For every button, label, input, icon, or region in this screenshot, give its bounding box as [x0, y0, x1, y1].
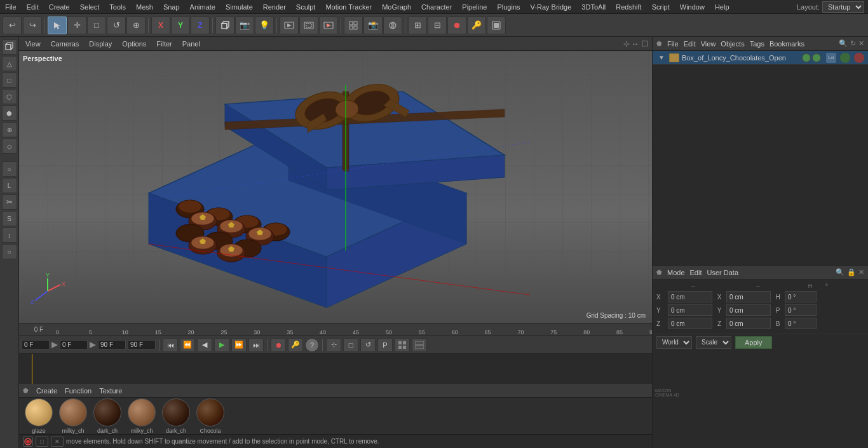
viewport-solo-button[interactable]	[487, 17, 506, 34]
select-tool-button[interactable]	[48, 17, 67, 34]
paint-tool-button[interactable]: L	[2, 178, 17, 193]
camera-button[interactable]: 📷	[235, 17, 254, 34]
cameras-menu[interactable]: Cameras	[48, 39, 82, 48]
mode-icon[interactable]: □	[36, 437, 48, 447]
menu-character[interactable]: Character	[416, 2, 457, 12]
key-grid-button[interactable]	[395, 338, 410, 352]
go-to-end-button[interactable]: ⏭	[248, 338, 264, 352]
attr-userdata-menu[interactable]: User Data	[707, 269, 739, 276]
obj-edit-menu[interactable]: Edit	[684, 40, 696, 48]
z-pos-input[interactable]	[668, 318, 712, 329]
menu-motion-tracker[interactable]: Motion Tracker	[320, 2, 377, 12]
undo-button[interactable]: ↩	[3, 17, 22, 34]
attr-search-icon[interactable]: 🔍	[836, 268, 844, 276]
brush-tool-button[interactable]: ○	[2, 161, 17, 177]
z-axis-button[interactable]: Z	[191, 17, 210, 34]
menu-plugins[interactable]: Plugins	[492, 2, 525, 12]
layout-select[interactable]: Startup	[822, 1, 864, 13]
record-button[interactable]: ⏺	[271, 338, 286, 352]
material-item-0[interactable]: glaze	[23, 398, 55, 434]
attr-mode-menu[interactable]: Mode	[667, 269, 685, 276]
display-menu[interactable]: Display	[86, 39, 114, 48]
panel-menu[interactable]: Panel	[180, 39, 203, 48]
go-to-start-button[interactable]: ⏮	[163, 338, 178, 352]
x-pos-input[interactable]	[668, 291, 712, 302]
create-material-menu[interactable]: Create	[36, 387, 57, 395]
menu-pipeline[interactable]: Pipeline	[457, 2, 492, 12]
object-row-box[interactable]: ▼ Box_of_Loncy_Chocolates_Open Lo	[653, 51, 868, 65]
obj-search-icon[interactable]: 🔍	[839, 39, 848, 48]
menu-tools[interactable]: Tools	[104, 2, 131, 12]
redo-button[interactable]: ↪	[23, 17, 42, 34]
cube-button[interactable]	[215, 17, 234, 34]
z-rot-input[interactable]	[785, 318, 817, 329]
menu-render[interactable]: Render	[258, 2, 291, 12]
rotate-tool-button[interactable]: ↺	[107, 17, 126, 34]
texture-mode-button[interactable]: ◇	[2, 139, 17, 154]
menu-simulate[interactable]: Simulate	[220, 2, 258, 12]
grid-button[interactable]: ⊟	[428, 17, 447, 34]
attr-close-icon[interactable]: ✕	[858, 268, 864, 276]
obj-tags-menu[interactable]: Tags	[750, 40, 764, 48]
obj-close-icon[interactable]: ✕	[858, 39, 864, 48]
current-frame-input[interactable]	[22, 340, 50, 350]
move-tool-button[interactable]: ✛	[67, 17, 86, 34]
menu-window[interactable]: Window	[675, 2, 710, 12]
viewport[interactable]: Perspective	[19, 51, 652, 323]
render-region-button[interactable]	[299, 17, 318, 34]
y-axis-button[interactable]: Y	[171, 17, 190, 34]
menu-file[interactable]: File	[0, 2, 22, 12]
timeline-track[interactable]	[19, 354, 652, 384]
menu-mesh[interactable]: Mesh	[131, 2, 158, 12]
y-size-input[interactable]	[726, 304, 771, 316]
obj-file-menu[interactable]: File	[667, 40, 679, 48]
transform-tool-button[interactable]: ⊕	[126, 17, 146, 34]
y-rot-input[interactable]	[785, 304, 817, 316]
menu-create[interactable]: Create	[44, 2, 75, 12]
viewport-camera-icon[interactable]: ☐	[641, 39, 648, 48]
menu-vray[interactable]: V-Ray Bridge	[526, 2, 577, 12]
texture-material-menu[interactable]: Texture	[99, 387, 122, 395]
menu-3dtoall[interactable]: 3DToAll	[576, 2, 611, 12]
timeline-ticks[interactable]: 051015202530354045505560657075808590	[56, 323, 649, 336]
material-item-5[interactable]: Chocola	[194, 398, 226, 434]
obj-dot-1[interactable]	[802, 53, 811, 62]
play-back-button[interactable]: ◀	[197, 338, 212, 352]
grab-tool-button[interactable]: ↕	[2, 227, 17, 243]
filter-menu[interactable]: Filter	[154, 39, 174, 48]
menu-redshift[interactable]: Redshift	[611, 2, 646, 12]
object-list[interactable]: ▼ Box_of_Loncy_Chocolates_Open Lo	[653, 51, 868, 265]
scale-tool-button[interactable]: □	[87, 17, 106, 34]
menu-select[interactable]: Select	[75, 2, 105, 12]
view-menu[interactable]: View	[23, 39, 43, 48]
autokey-button[interactable]: 🔑	[288, 338, 303, 352]
material-item-3[interactable]: milky_ch	[126, 398, 158, 434]
x-size-input[interactable]	[726, 291, 771, 302]
play-forward-button[interactable]: ▶	[214, 338, 229, 352]
function-material-menu[interactable]: Function	[65, 387, 92, 395]
obj-view-menu[interactable]: View	[701, 40, 716, 48]
material-item-1[interactable]: milky_ch	[57, 398, 89, 434]
scale-select[interactable]: Scale	[696, 336, 731, 349]
menu-script[interactable]: Script	[647, 2, 675, 12]
viewport-maximize-icon[interactable]: ⊹	[623, 39, 630, 48]
help-button[interactable]: ?	[305, 338, 319, 352]
display-mode-button[interactable]	[383, 17, 402, 34]
apply-button[interactable]: Apply	[735, 336, 772, 349]
x-rot-input[interactable]	[785, 291, 817, 302]
options-menu[interactable]: Options	[119, 39, 149, 48]
record-button[interactable]: ⏺	[447, 17, 466, 34]
menu-edit[interactable]: Edit	[22, 2, 44, 12]
key-scale-button[interactable]: P	[377, 338, 393, 352]
obj-bookmarks-menu[interactable]: Bookmarks	[770, 40, 804, 48]
menu-mograph[interactable]: MoGraph	[377, 2, 416, 12]
material-item-2[interactable]: dark_ch	[92, 398, 123, 434]
attr-lock-icon[interactable]: 🔒	[847, 268, 856, 276]
step-forward-button[interactable]: ⏩	[231, 338, 247, 352]
obj-name-label[interactable]: Box_of_Loncy_Chocolates_Open	[682, 54, 799, 62]
menu-help[interactable]: Help	[710, 2, 735, 12]
render-view-button[interactable]	[280, 17, 299, 34]
x-axis-button[interactable]: X	[151, 17, 170, 34]
obj-refresh-icon[interactable]: ↻	[850, 39, 856, 48]
camera-view-button[interactable]: 📸	[363, 17, 383, 34]
